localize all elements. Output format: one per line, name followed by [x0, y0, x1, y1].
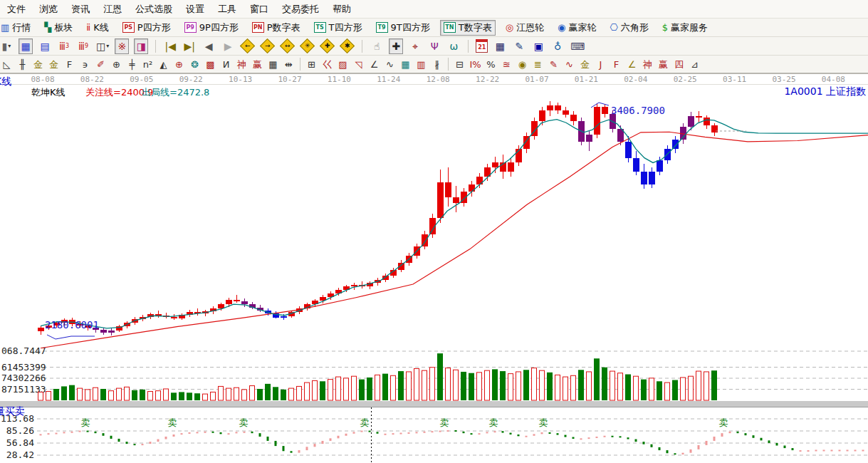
- crosshair-icon[interactable]: ✚: [389, 38, 403, 54]
- toolbar-button-sectors[interactable]: ▚板块: [41, 20, 76, 36]
- draw-tool-14-icon[interactable]: ▩: [204, 57, 217, 71]
- draw-tool-42-icon[interactable]: ∠: [625, 57, 639, 71]
- calculator-icon[interactable]: ▦: [493, 38, 507, 54]
- draw-tool-7-icon[interactable]: ✐: [94, 57, 108, 71]
- draw-tool-26-icon[interactable]: ∿: [383, 57, 397, 71]
- draw-tool-3-icon[interactable]: 金: [31, 57, 45, 71]
- target-icon[interactable]: ⌖: [408, 38, 422, 54]
- draw-tool-33-icon[interactable]: %: [484, 57, 498, 71]
- draw-tool-24-icon[interactable]: ◹: [352, 57, 365, 71]
- draw-tool-37-icon[interactable]: ✎: [547, 57, 560, 71]
- go-last-icon[interactable]: ▶|: [182, 38, 197, 54]
- bars-9-icon[interactable]: ⅲ9: [76, 38, 90, 54]
- go-next-icon[interactable]: ▶: [221, 38, 235, 54]
- menu-item-2[interactable]: 浏览: [39, 3, 58, 16]
- menu-item-1[interactable]: 文件: [7, 3, 26, 16]
- teal-tool-icon[interactable]: ω: [446, 38, 461, 54]
- menu-item-10[interactable]: 帮助: [333, 3, 351, 16]
- draw-tool-27-icon[interactable]: ▦: [399, 57, 412, 71]
- diamond-burst-icon[interactable]: ✱: [340, 38, 355, 53]
- draw-tool-2-icon[interactable]: ╫: [16, 57, 29, 71]
- diamond-right-icon[interactable]: →: [260, 38, 275, 53]
- toolbar-button-t-square[interactable]: TST四方形: [310, 20, 366, 36]
- draw-tool-44-icon[interactable]: 赢: [657, 57, 670, 71]
- draw-tool-5-icon[interactable]: Ϝ: [63, 57, 76, 71]
- draw-tool-39-icon[interactable]: 金: [578, 57, 592, 71]
- toolbar-button-9p-square[interactable]: P99P四方形: [181, 20, 242, 36]
- bars-3-icon[interactable]: ⅲ3: [57, 38, 71, 54]
- draw-tool-8-icon[interactable]: ⊕: [110, 57, 123, 71]
- kline-icon: ⅱ: [86, 23, 90, 32]
- draw-tool-34-icon[interactable]: ≊: [500, 57, 513, 71]
- toolbar-button-kline[interactable]: ⅱK线: [83, 20, 112, 36]
- purple-tool-icon[interactable]: Ψ: [427, 38, 441, 54]
- draw-tool-17-icon[interactable]: 赢: [251, 57, 264, 71]
- toolbar-button-p-number-table[interactable]: PNP数字表: [249, 20, 304, 36]
- draw-tool-16-icon[interactable]: 神: [235, 57, 249, 71]
- draw-tool-45-icon[interactable]: 四: [672, 57, 686, 71]
- menu-item-9[interactable]: 交易委托: [282, 3, 319, 16]
- toolbar-button-p-square[interactable]: PSP四方形: [119, 20, 174, 36]
- period-selector-icon[interactable]: ▮▾: [0, 38, 14, 54]
- draw-tool-40-icon[interactable]: J: [594, 57, 607, 71]
- menu-item-5[interactable]: 公式选股: [135, 3, 172, 16]
- save-icon[interactable]: ▣: [531, 38, 545, 54]
- go-first-icon[interactable]: |◀: [163, 38, 177, 54]
- pane-separator: [0, 401, 868, 407]
- draw-tool-23-icon[interactable]: ▨: [336, 57, 350, 71]
- diamond-left-icon[interactable]: ←: [240, 38, 255, 53]
- draw-tool-38-icon[interactable]: ∿: [563, 57, 576, 71]
- draw-tool-36-icon[interactable]: ≣: [531, 57, 545, 71]
- draw-tool-12-icon[interactable]: ⊕: [172, 57, 186, 71]
- menu-item-7[interactable]: 工具: [218, 3, 236, 16]
- toolbar-button-gann-wheel[interactable]: ◎江恩轮: [502, 20, 548, 36]
- draw-tool-10-icon[interactable]: n²: [141, 57, 155, 71]
- draw-tool-11-icon[interactable]: ◭: [157, 57, 170, 71]
- toolbar-button-hexagon[interactable]: ⎔六角形: [606, 20, 652, 36]
- toolbar-button-9t-square[interactable]: T99T四方形: [372, 20, 434, 36]
- diamond-star-icon[interactable]: ✳: [300, 38, 315, 53]
- menu-item-3[interactable]: 资讯: [71, 3, 90, 16]
- draw-tool-28-icon[interactable]: ▥: [414, 57, 428, 71]
- diamond-both-icon[interactable]: ↔: [280, 38, 295, 53]
- terminal-icon[interactable]: ⌨: [570, 38, 585, 54]
- draw-tool-22-icon[interactable]: 巜: [320, 57, 334, 71]
- draw-tool-29-icon[interactable]: ∦: [430, 57, 444, 71]
- draw-tool-46-icon[interactable]: ⊿: [688, 57, 701, 71]
- pattern-icon[interactable]: ※: [115, 38, 129, 54]
- layout-icon[interactable]: ▦: [19, 38, 33, 54]
- draw-tool-21-icon[interactable]: ⊞: [305, 57, 318, 71]
- draw-tool-18-icon[interactable]: ▦: [266, 57, 280, 71]
- draw-tool-32-icon[interactable]: I%: [469, 57, 482, 71]
- draw-tool-6-icon[interactable]: ϶: [78, 57, 92, 71]
- draw-tool-15-icon[interactable]: И: [219, 57, 233, 71]
- menu-item-6[interactable]: 设置: [186, 3, 204, 16]
- svg-text:08-22: 08-22: [80, 75, 104, 84]
- draw-tool-41-icon[interactable]: F: [610, 57, 623, 71]
- draw-tool-43-icon[interactable]: 神: [641, 57, 654, 71]
- candle-style-icon[interactable]: ◫▾: [95, 38, 110, 54]
- toolbar-button-winner-wheel[interactable]: ◉赢家轮: [554, 20, 600, 36]
- hand-icon[interactable]: ☝: [370, 38, 384, 54]
- toolbar-button-t-number-table[interactable]: TNT数字表: [440, 20, 496, 36]
- toolbar-button-quotes[interactable]: ▥行情: [1, 20, 34, 36]
- histogram-icon[interactable]: ◨: [134, 38, 148, 54]
- toolbar-button-winner-service[interactable]: $赢家服务: [659, 20, 711, 36]
- draw-tool-19-icon[interactable]: ⇹: [282, 57, 296, 71]
- calendar-icon[interactable]: 21: [476, 39, 488, 53]
- draw-tool-31-icon[interactable]: ⊟: [453, 57, 466, 71]
- draw-tool-25-icon[interactable]: ∠: [367, 57, 381, 71]
- draw-tool-35-icon[interactable]: ◉: [516, 57, 529, 71]
- diamond-plus-icon[interactable]: ✚: [320, 38, 335, 53]
- draw-tool-13-icon[interactable]: ❂: [188, 57, 202, 71]
- draw-tool-9-icon[interactable]: ╪: [125, 57, 139, 71]
- list-icon[interactable]: ▤: [38, 38, 52, 54]
- draw-tool-4-icon[interactable]: 金: [47, 57, 61, 71]
- notes-icon[interactable]: ✎: [512, 38, 526, 54]
- chart-canvas[interactable]: 08-0808-2209-0509-2210-1310-2711-1011-24…: [0, 74, 868, 463]
- go-prev-icon[interactable]: ◀: [202, 38, 216, 54]
- draw-tool-1-icon[interactable]: ◺: [0, 57, 14, 71]
- network-icon[interactable]: ♁: [550, 38, 565, 54]
- menu-item-8[interactable]: 窗口: [250, 3, 268, 16]
- menu-item-4[interactable]: 江恩: [103, 3, 122, 16]
